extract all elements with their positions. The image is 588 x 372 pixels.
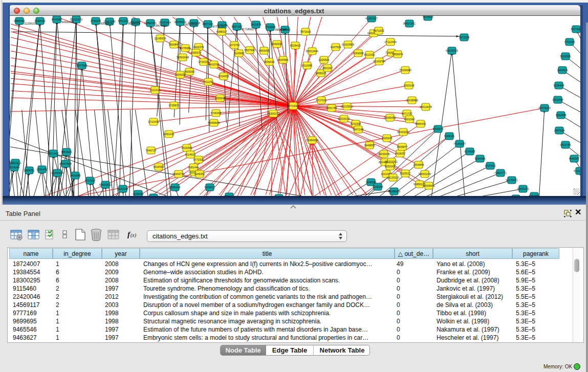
svg-text:1931417: 1931417 [48, 152, 59, 155]
svg-text:9953055: 9953055 [259, 49, 270, 52]
svg-text:0340930: 0340930 [272, 42, 282, 46]
svg-text:7513613: 7513613 [423, 16, 433, 18]
svg-text:0822765: 0822765 [560, 143, 571, 146]
svg-text:5947248: 5947248 [353, 128, 364, 131]
svg-text:7293068: 7293068 [353, 52, 364, 55]
svg-text:7871616: 7871616 [300, 30, 311, 33]
svg-text:7188181: 7188181 [444, 135, 455, 138]
svg-text:5925517: 5925517 [400, 172, 411, 175]
svg-text:62019132: 62019132 [338, 117, 350, 120]
svg-text:2418057: 2418057 [395, 152, 406, 155]
svg-text:0261401: 0261401 [37, 168, 48, 171]
svg-text:0168493: 0168493 [133, 192, 144, 195]
svg-text:7249208: 7249208 [373, 185, 383, 188]
svg-text:31258153: 31258153 [24, 22, 36, 25]
svg-text:36676402: 36676402 [155, 24, 167, 27]
svg-text:3734337: 3734337 [199, 60, 209, 63]
svg-text:87731322: 87731322 [212, 25, 225, 28]
svg-text:5585304: 5585304 [170, 186, 181, 189]
svg-text:05169784: 05169784 [373, 60, 385, 63]
svg-text:5651788: 5651788 [326, 106, 337, 110]
svg-text:5020146: 5020146 [118, 187, 128, 190]
svg-text:2821167: 2821167 [322, 67, 333, 70]
svg-text:95288314: 95288314 [128, 22, 140, 25]
svg-text:58369492: 58369492 [384, 116, 396, 119]
svg-text:95003249: 95003249 [419, 172, 431, 176]
svg-text:3949835: 3949835 [364, 144, 375, 147]
svg-text:9156404: 9156404 [554, 84, 564, 87]
svg-text:2200826: 2200826 [319, 58, 330, 61]
svg-text:5827940: 5827940 [245, 49, 255, 52]
svg-text:39042486: 39042486 [275, 28, 287, 31]
svg-text:11148936: 11148936 [154, 37, 166, 40]
svg-text:6512330: 6512330 [364, 53, 375, 56]
svg-text:6529413: 6529413 [290, 44, 301, 47]
svg-text:18724007: 18724007 [287, 104, 299, 107]
svg-text:1836546: 1836546 [215, 97, 226, 100]
svg-text:9727611: 9727611 [316, 99, 327, 102]
svg-text:3249351: 3249351 [194, 172, 205, 176]
svg-text:3900847: 3900847 [169, 43, 180, 46]
svg-text:0429355: 0429355 [182, 146, 192, 149]
svg-text:4024264: 4024264 [10, 166, 20, 169]
svg-text:4604956: 4604956 [278, 58, 289, 61]
svg-text:68433532: 68433532 [99, 183, 112, 186]
svg-text:34170471: 34170471 [506, 179, 518, 182]
svg-text:5936877: 5936877 [397, 145, 408, 148]
svg-text:1672326: 1672326 [459, 36, 470, 39]
svg-text:06797016: 06797016 [185, 23, 197, 26]
svg-text:74143337: 74143337 [453, 142, 466, 145]
svg-text:6772326: 6772326 [193, 158, 204, 161]
svg-text:00215810: 00215810 [341, 105, 353, 108]
svg-text:8684431: 8684431 [416, 122, 426, 125]
svg-text:48347824: 48347824 [59, 162, 72, 165]
svg-text:8737167: 8737167 [85, 179, 96, 182]
svg-text:6761222: 6761222 [118, 19, 129, 23]
svg-text:19384554: 19384554 [306, 139, 318, 142]
svg-text:73200080: 73200080 [399, 69, 411, 72]
svg-text:81718002: 81718002 [242, 28, 254, 31]
svg-text:(x): (x) [130, 232, 137, 238]
svg-text:84837261: 84837261 [403, 22, 416, 25]
svg-text:9958225: 9958225 [316, 72, 326, 75]
svg-text:1073750: 1073750 [229, 43, 240, 47]
svg-text:41252427: 41252427 [365, 17, 378, 20]
svg-text:8704655: 8704655 [219, 75, 229, 78]
svg-text:6671723: 6671723 [402, 112, 412, 115]
svg-text:5918362: 5918362 [154, 165, 164, 168]
svg-text:3044516: 3044516 [557, 69, 568, 72]
svg-text:5706360: 5706360 [211, 112, 222, 115]
svg-text:16133310: 16133310 [387, 176, 399, 179]
svg-text:5864920: 5864920 [61, 150, 72, 154]
svg-text:0400088: 0400088 [70, 174, 81, 177]
svg-text:0326245: 0326245 [382, 137, 393, 140]
svg-text:82812646: 82812646 [306, 50, 318, 53]
svg-text:8807290: 8807290 [203, 23, 213, 26]
svg-text:37576283: 37576283 [538, 106, 551, 110]
svg-text:74633191: 74633191 [517, 187, 529, 190]
svg-text:8885393: 8885393 [14, 19, 25, 23]
svg-text:5972203: 5972203 [374, 29, 384, 32]
svg-text:2611695: 2611695 [302, 64, 313, 67]
svg-text:8008374: 8008374 [433, 127, 444, 130]
svg-text:4365370: 4365370 [191, 51, 202, 54]
svg-text:31240234: 31240234 [51, 171, 63, 174]
svg-text:4446347: 4446347 [569, 157, 580, 160]
svg-text:3401878: 3401878 [251, 23, 262, 26]
svg-text:6174093: 6174093 [465, 150, 475, 153]
svg-text:7511253: 7511253 [203, 80, 214, 83]
svg-text:4743957: 4743957 [52, 18, 62, 21]
svg-text:4419792: 4419792 [209, 63, 220, 66]
svg-text:83645074: 83645074 [100, 22, 113, 25]
svg-text:7609260: 7609260 [184, 70, 195, 73]
svg-text:4091031: 4091031 [164, 133, 175, 136]
svg-text:2320109: 2320109 [404, 84, 415, 87]
svg-text:7764265: 7764265 [564, 40, 575, 43]
svg-text:2904844: 2904844 [413, 163, 424, 166]
svg-text:65635515: 65635515 [446, 49, 458, 52]
svg-text:1067924: 1067924 [554, 129, 565, 132]
svg-text:02433253: 02433253 [397, 130, 409, 134]
svg-text:6400376: 6400376 [193, 46, 204, 49]
svg-text:61923969: 61923969 [342, 43, 354, 46]
svg-text:0423468: 0423468 [553, 98, 563, 101]
